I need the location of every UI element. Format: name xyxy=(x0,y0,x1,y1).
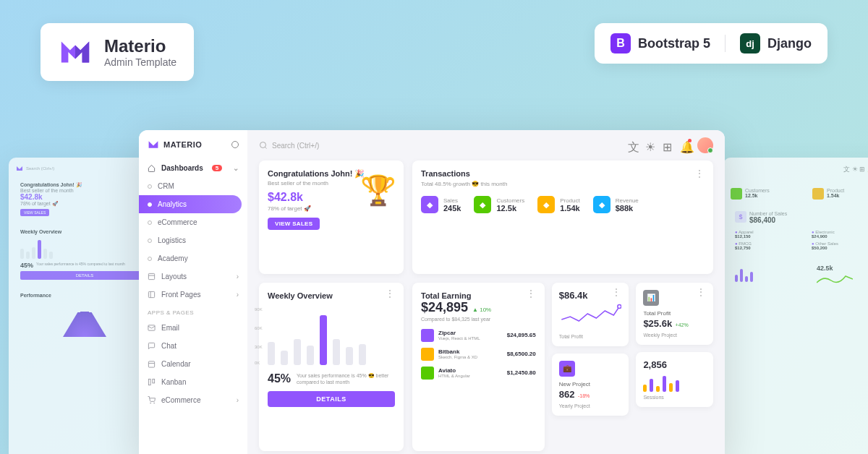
layouts-icon xyxy=(148,273,156,280)
django-icon: dj xyxy=(740,33,760,53)
email-icon xyxy=(148,324,156,332)
svg-rect-8 xyxy=(153,379,155,383)
sidebar-item-dashboards[interactable]: Dashboards 5 ⌄ xyxy=(139,159,247,177)
main-content: Search (Ctrl+/) 文 ☀ ⊞ 🔔 Congratulations … xyxy=(247,130,725,454)
congrats-card: Congratulations John! 🎉 Best seller of t… xyxy=(259,160,404,274)
grid-icon[interactable]: ⊞ xyxy=(663,140,673,150)
sidebar-section-label: APPS & PAGES xyxy=(139,304,247,319)
sparkline-chart xyxy=(559,304,622,325)
tech-card: B Bootstrap 5 dj Django xyxy=(595,23,827,64)
bg-window-right: 文 ☀ ⊞ 🔔 Customers12.5k Product1.54k ⋮ $N… xyxy=(723,158,868,454)
details-button[interactable]: DETAILS xyxy=(268,391,395,407)
bell-icon[interactable]: 🔔 xyxy=(680,140,690,150)
sidebar-item-email[interactable]: Email xyxy=(139,319,247,337)
earning-row: AviatoHTML & Angular$1,2450.80 xyxy=(421,367,536,380)
svg-rect-0 xyxy=(148,273,154,279)
main-dashboard-window: MATERIO Dashboards 5 ⌄ CRM Analytics eCo… xyxy=(139,130,725,454)
sessions-card: 2,856 Sessions xyxy=(636,352,713,407)
stat-icon: ◆ xyxy=(593,196,610,213)
materio-logo-icon xyxy=(148,139,159,150)
trans-item: ◆Revenue$88k xyxy=(593,196,639,213)
weekly-overview-card: Weekly Overview ⋮ 90K 60K 30K 0K 45% You… xyxy=(259,283,404,451)
svg-point-9 xyxy=(150,403,151,403)
weekly-bar-chart: 90K 60K 30K 0K xyxy=(268,307,395,365)
sidebar-item-layouts[interactable]: Layouts› xyxy=(139,267,247,286)
materio-logo-icon xyxy=(58,35,93,69)
topbar: Search (Ctrl+/) 文 ☀ ⊞ 🔔 xyxy=(247,130,725,160)
sidebar-header: MATERIO xyxy=(139,130,247,159)
stat-icon: ◆ xyxy=(421,196,438,213)
view-sales-button[interactable]: VIEW SALES xyxy=(268,218,320,230)
sidebar-item-logistics[interactable]: Logistics xyxy=(139,231,247,249)
trans-item: ◆Sales245k xyxy=(421,196,461,213)
hero-subtitle: Admin Template xyxy=(104,56,176,68)
chevron-right-icon: › xyxy=(237,273,239,280)
sidebar-item-academy[interactable]: Academy xyxy=(139,249,247,267)
search-input[interactable]: Search (Ctrl+/) xyxy=(259,141,319,150)
tech-django: dj Django xyxy=(740,33,812,53)
trans-item: ◆Product1.54k xyxy=(537,196,580,213)
trans-item: ◆Customers12.5k xyxy=(474,196,524,213)
materio-logo-card: Materio Admin Template xyxy=(41,23,194,81)
stat-icon: ◆ xyxy=(474,196,491,213)
svg-rect-7 xyxy=(148,379,150,385)
total-profit-mini-card: $86.4k⋮ Total Profit xyxy=(552,283,629,346)
language-icon[interactable]: 文 xyxy=(628,140,638,150)
new-project-card: 💼 New Project 862 -18% Yearly Project xyxy=(552,354,629,416)
svg-line-12 xyxy=(265,147,267,149)
svg-rect-2 xyxy=(148,291,154,297)
dashboards-badge: 5 xyxy=(212,165,222,171)
earning-row: ZipcarVuejs, React & HTML$24,895.65 xyxy=(421,329,536,342)
cart-icon xyxy=(148,396,156,404)
chart-icon: 📊 xyxy=(643,290,659,306)
sidebar-item-kanban[interactable]: Kanban xyxy=(139,373,247,391)
stat-icon: ◆ xyxy=(537,196,555,213)
earning-row: BitbankSketch, Figma & XD$8,6500.20 xyxy=(421,348,536,361)
sidebar: MATERIO Dashboards 5 ⌄ CRM Analytics eCo… xyxy=(139,130,247,454)
avatar[interactable] xyxy=(697,137,713,153)
more-icon[interactable]: ⋮ xyxy=(526,291,536,300)
chevron-right-icon: › xyxy=(237,291,239,299)
search-icon xyxy=(259,141,268,150)
sidebar-item-chat[interactable]: Chat xyxy=(139,337,247,355)
more-icon[interactable]: ⋮ xyxy=(385,291,395,300)
total-earning-card: Total Earning⋮ $24,895▲ 10% Compared to … xyxy=(412,283,545,451)
chevron-down-icon: ⌄ xyxy=(233,164,239,172)
home-icon xyxy=(148,164,156,172)
svg-rect-5 xyxy=(148,361,154,367)
briefcase-icon: 💼 xyxy=(559,361,575,377)
sessions-bars xyxy=(643,373,706,392)
more-icon[interactable]: ⋮ xyxy=(611,290,621,301)
bootstrap-icon: B xyxy=(610,33,631,53)
total-profit-weekly-card: 📊⋮ Total Profit $25.6k +42% Weekly Proje… xyxy=(636,283,713,345)
bg-window-left: Search (Ctrl+/) Congratulations John! 🎉 … xyxy=(9,158,161,454)
more-icon[interactable]: ⋮ xyxy=(694,171,705,176)
hero-title: Materio xyxy=(104,36,176,56)
sidebar-item-frontpages[interactable]: Front Pages› xyxy=(139,286,247,304)
theme-icon[interactable]: ☀ xyxy=(645,140,655,150)
sidebar-item-ecommerce2[interactable]: eCommerce› xyxy=(139,391,247,409)
kanban-icon xyxy=(148,378,156,386)
more-icon[interactable]: ⋮ xyxy=(696,290,706,310)
svg-point-13 xyxy=(618,304,621,308)
tech-bootstrap: B Bootstrap 5 xyxy=(610,33,710,53)
trophy-icon: 🏆 xyxy=(360,174,396,207)
sidebar-item-calendar[interactable]: Calendar xyxy=(139,355,247,373)
svg-point-11 xyxy=(260,142,266,148)
frontpages-icon xyxy=(148,291,156,299)
calendar-icon xyxy=(148,360,156,368)
sidebar-item-crm[interactable]: CRM xyxy=(139,177,247,195)
svg-point-10 xyxy=(154,403,155,403)
sidebar-item-analytics[interactable]: Analytics xyxy=(139,195,242,213)
sidebar-item-ecommerce[interactable]: eCommerce xyxy=(139,213,247,231)
sidebar-pin-icon[interactable] xyxy=(231,141,239,148)
chevron-right-icon: › xyxy=(237,396,239,404)
chat-icon xyxy=(148,342,156,350)
sidebar-brand: MATERIO xyxy=(163,140,202,149)
transactions-card: Transactions ⋮ Total 48.5% growth 😎 this… xyxy=(412,160,713,274)
